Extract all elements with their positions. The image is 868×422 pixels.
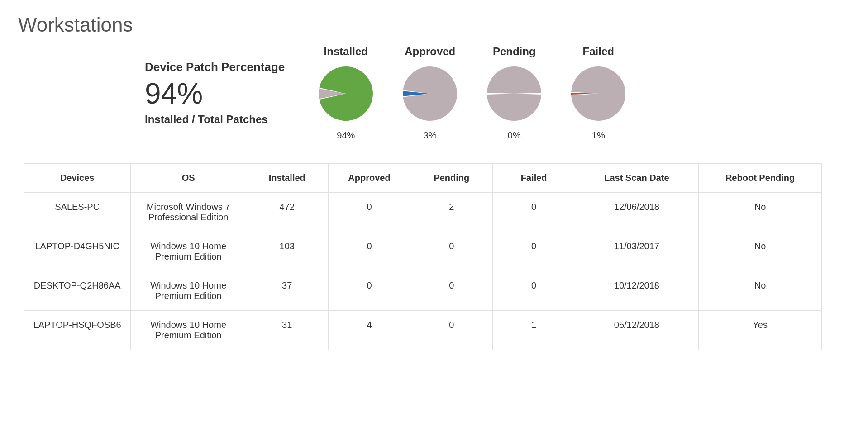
patch-summary-label: Device Patch Percentage — [145, 60, 285, 74]
pie-icon — [316, 64, 375, 123]
table-header-cell: Installed — [246, 164, 328, 193]
pie-title: Pending — [493, 45, 536, 58]
table-header-cell: Failed — [493, 164, 575, 193]
devices-table: DevicesOSInstalledApprovedPendingFailedL… — [24, 163, 822, 350]
pie-percent-label: 94% — [337, 130, 355, 141]
table-cell-last_scan: 11/03/2017 — [575, 232, 699, 271]
table-cell-pending: 0 — [410, 311, 493, 350]
table-row: DESKTOP-Q2H86AAWindows 10 Home Premium E… — [24, 271, 822, 311]
table-cell-installed: 37 — [246, 271, 328, 311]
pie-title: Approved — [405, 45, 455, 58]
table-cell-device: LAPTOP-D4GH5NIC — [24, 232, 131, 271]
table-row: SALES-PCMicrosoft Windows 7 Professional… — [24, 193, 822, 232]
table-cell-failed: 0 — [493, 232, 575, 271]
table-cell-last_scan: 05/12/2018 — [575, 311, 699, 350]
table-cell-reboot: No — [698, 232, 822, 271]
table-cell-device: DESKTOP-Q2H86AA — [24, 271, 131, 311]
table-cell-failed: 1 — [493, 311, 575, 350]
page-title: Workstations — [18, 14, 850, 36]
table-cell-pending: 0 — [410, 232, 493, 271]
table-row: LAPTOP-D4GH5NICWindows 10 Home Premium E… — [24, 232, 822, 271]
table-cell-device: LAPTOP-HSQFOSB6 — [24, 311, 131, 350]
table-cell-reboot: Yes — [698, 311, 822, 350]
table-header-cell: Pending — [410, 164, 493, 193]
pie-icon — [569, 64, 628, 123]
table-cell-last_scan: 10/12/2018 — [575, 271, 699, 311]
table-header-cell: Reboot Pending — [698, 164, 822, 193]
table-row: LAPTOP-HSQFOSB6Windows 10 Home Premium E… — [24, 311, 822, 350]
table-cell-reboot: No — [698, 271, 822, 311]
pie-chart: Pending0% — [480, 45, 548, 141]
table-header-cell: Devices — [24, 164, 131, 193]
pie-chart: Approved3% — [396, 45, 464, 141]
table-cell-device: SALES-PC — [24, 193, 131, 232]
pie-percent-label: 3% — [424, 130, 437, 141]
table-header-row: DevicesOSInstalledApprovedPendingFailedL… — [24, 164, 822, 193]
table-cell-approved: 0 — [328, 232, 410, 271]
table-cell-approved: 4 — [328, 311, 410, 350]
pie-percent-label: 1% — [592, 130, 605, 141]
pie-title: Failed — [583, 45, 614, 58]
table-cell-last_scan: 12/06/2018 — [575, 193, 699, 232]
table-cell-installed: 472 — [246, 193, 328, 232]
pie-icon — [401, 64, 459, 123]
table-cell-pending: 2 — [410, 193, 493, 232]
pie-chart-row: Installed94%Approved3%Pending0%Failed1% — [312, 45, 632, 141]
patch-summary: Device Patch Percentage 94% Installed / … — [145, 60, 285, 126]
table-cell-os: Windows 10 Home Premium Edition — [131, 271, 246, 311]
table-header-cell: Approved — [328, 164, 410, 193]
patch-summary-value: 94% — [145, 77, 285, 110]
table-cell-installed: 103 — [246, 232, 328, 271]
pie-title: Installed — [324, 45, 368, 58]
pie-chart: Installed94% — [312, 45, 380, 141]
patch-summary-sub: Installed / Total Patches — [145, 113, 285, 126]
table-cell-failed: 0 — [493, 271, 575, 311]
table-cell-os: Microsoft Windows 7 Professional Edition — [131, 193, 246, 232]
summary-row: Device Patch Percentage 94% Installed / … — [145, 45, 850, 141]
table-cell-failed: 0 — [493, 193, 575, 232]
table-header-cell: Last Scan Date — [575, 164, 699, 193]
pie-percent-label: 0% — [508, 130, 521, 141]
table-body: SALES-PCMicrosoft Windows 7 Professional… — [24, 193, 822, 350]
pie-chart: Failed1% — [564, 45, 632, 141]
table-cell-installed: 31 — [246, 311, 328, 350]
table-cell-os: Windows 10 Home Premium Edition — [131, 311, 246, 350]
table-cell-os: Windows 10 Home Premium Edition — [131, 232, 246, 271]
table-header-cell: OS — [131, 164, 246, 193]
pie-icon — [485, 64, 544, 123]
table-cell-reboot: No — [698, 193, 822, 232]
table-cell-approved: 0 — [328, 193, 410, 232]
table-cell-pending: 0 — [410, 271, 493, 311]
table-cell-approved: 0 — [328, 271, 410, 311]
